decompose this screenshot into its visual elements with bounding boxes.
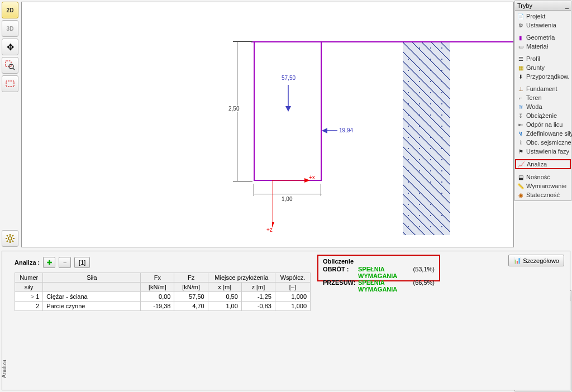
slide-status: SPEŁNIA WYMAGANIA xyxy=(358,279,408,293)
drawing-canvas[interactable]: 2,50 1,00 57,50 19,94 +x +z xyxy=(21,2,514,247)
mode-item-label: Zdefiniowane siły xyxy=(526,130,572,137)
table-row[interactable]: > 1 Ciężar - ściana 0,00 57,50 0,50 -1,2… xyxy=(15,292,311,302)
mode-item-label: Stateczność xyxy=(526,192,560,198)
svg-rect-3 xyxy=(6,81,14,87)
item-1-button[interactable]: [1] xyxy=(74,257,90,268)
mode-item-projekt[interactable]: 📄Projekt xyxy=(515,12,571,21)
mode-item-teren[interactable]: ⌐Teren xyxy=(515,93,571,102)
mode-item-label: Wymiarowanie xyxy=(526,183,566,189)
profile-icon: ☰ xyxy=(517,55,524,62)
mode-item-label: Profil xyxy=(526,55,540,62)
slide-value: (66,5%) xyxy=(413,279,435,293)
rotation-value: (53,1%) xyxy=(413,266,435,279)
rotation-label: OBRÓT : xyxy=(323,266,354,279)
mode-item-label: Analiza xyxy=(527,161,547,168)
analysis-label: Analiza : xyxy=(15,259,40,266)
load-icon: ↧ xyxy=(517,112,524,119)
detail-icon: 📊 xyxy=(513,257,521,264)
water-icon: ≋ xyxy=(517,103,524,110)
mode-item-label: Projekt xyxy=(526,13,545,20)
mode-item-label: Teren xyxy=(526,94,542,101)
dim-icon: 📏 xyxy=(517,183,524,189)
mode-item-label: Fundament xyxy=(526,85,557,92)
seismic-icon: ⌇ xyxy=(517,139,524,146)
mode-item-label: Grunty xyxy=(526,64,545,71)
svg-line-11 xyxy=(7,241,8,242)
axis-x-label: +x xyxy=(309,174,315,180)
remove-button[interactable]: − xyxy=(59,257,71,268)
settings-button[interactable] xyxy=(2,230,18,247)
load-vertical: 57,50 xyxy=(280,75,297,81)
svg-line-12 xyxy=(12,235,13,236)
mode-item-zdefiniowanesiy[interactable]: ↯Zdefiniowane siły xyxy=(515,129,571,138)
pan-button[interactable] xyxy=(2,39,18,55)
axis-z-label: +z xyxy=(266,227,273,233)
minimize-icon[interactable]: _ xyxy=(565,2,569,9)
mode-item-label: Ustawienia xyxy=(526,22,556,28)
mode-item-stateczno[interactable]: ◉Stateczność xyxy=(515,190,571,199)
mode-item-analiza[interactable]: 📈Analiza xyxy=(515,159,571,169)
calc-title: Obliczenie xyxy=(323,258,435,265)
move-icon xyxy=(7,42,14,52)
svg-point-4 xyxy=(8,237,12,240)
svg-rect-0 xyxy=(6,61,11,66)
zoom-region-button[interactable] xyxy=(2,57,18,74)
capacity-icon: ⬓ xyxy=(517,174,524,180)
zoom-region-icon xyxy=(5,60,15,70)
stability-icon: ◉ xyxy=(517,192,524,198)
gear-icon xyxy=(5,233,15,243)
geometry-icon: ▮ xyxy=(517,34,524,41)
arrow-left-icon xyxy=(322,126,339,135)
mode-item-woda[interactable]: ≋Woda xyxy=(515,102,571,111)
mode-item-label: Obc. sejsmiczne xyxy=(526,139,571,146)
svg-marker-14 xyxy=(285,106,291,112)
mode-item-label: Woda xyxy=(526,103,542,110)
mode-item-label: Materiał xyxy=(526,43,548,50)
svg-line-2 xyxy=(13,68,15,70)
view-2d-button[interactable]: 2D xyxy=(2,2,18,18)
mode-item-przyporzdkow[interactable]: ⬇Przyporządkow. xyxy=(515,72,571,81)
forces-icon: ↯ xyxy=(517,130,524,137)
minus-icon: − xyxy=(63,259,66,266)
modes-panel-header: Tryby _ xyxy=(514,1,571,11)
phase-icon: ⚑ xyxy=(517,148,524,155)
mode-item-fundament[interactable]: ⊥Fundament xyxy=(515,84,571,93)
assign-icon: ⬇ xyxy=(517,73,524,80)
arrow-down-icon xyxy=(284,85,295,113)
view-3d-button[interactable]: 3D xyxy=(2,20,18,37)
mode-item-label: Ustawienia fazy xyxy=(526,148,569,155)
mode-item-obcienie[interactable]: ↧Obciążenie xyxy=(515,111,571,120)
fit-view-button[interactable] xyxy=(2,75,18,92)
svg-marker-16 xyxy=(322,128,327,133)
mode-item-label: Przyporządkow. xyxy=(526,73,570,80)
mode-item-grunty[interactable]: ▦Grunty xyxy=(515,63,571,72)
detail-button[interactable]: 📊 Szczegółowo xyxy=(508,255,564,266)
mode-item-profil[interactable]: ☰Profil xyxy=(515,54,571,63)
material-icon: ▭ xyxy=(517,43,524,50)
mode-item-label: Odpór na licu xyxy=(526,121,563,128)
mode-item-geometria[interactable]: ▮Geometria xyxy=(515,33,571,42)
foundation-icon: ⊥ xyxy=(517,85,524,92)
axes-icon xyxy=(272,178,317,233)
mode-item-ustawienia[interactable]: ⚙Ustawienia xyxy=(515,21,571,30)
slide-label: PRZESUW: xyxy=(323,279,354,293)
mode-item-odprnalicu[interactable]: ⇤Odpór na licu xyxy=(515,120,571,129)
forces-table: Numer Siła Fx Fz Miejsce przyłożenia Wsp… xyxy=(15,273,311,311)
terrain-icon: ⌐ xyxy=(517,94,524,101)
mode-item-obcsejsmiczne[interactable]: ⌇Obc. sejsmiczne xyxy=(515,138,571,147)
mode-item-nono[interactable]: ⬓Nośność xyxy=(515,173,571,181)
svg-line-10 xyxy=(12,241,13,242)
add-button[interactable]: ✚ xyxy=(43,257,55,268)
dim-height: 2,50 xyxy=(227,106,240,112)
bottom-panel: Analiza Analiza : ✚ − [1] Numer Siła Fx … xyxy=(2,251,570,390)
table-row[interactable]: 2 Parcie czynne -19,38 4,70 1,00 -0,83 1… xyxy=(15,302,311,311)
rotation-status: SPEŁNIA WYMAGANIA xyxy=(358,266,408,279)
mode-item-label: Geometria xyxy=(526,34,555,41)
soil-icon: ▦ xyxy=(517,64,524,71)
calculation-panel: Obliczenie OBRÓT : SPEŁNIA WYMAGANIA (53… xyxy=(317,255,440,281)
mode-item-ustawieniafazy[interactable]: ⚑Ustawienia fazy xyxy=(515,147,571,156)
tab-label-analiza[interactable]: Analiza xyxy=(1,360,7,378)
mode-item-materia[interactable]: ▭Materiał xyxy=(515,42,571,51)
mode-item-label: Obciążenie xyxy=(526,112,557,119)
mode-item-wymiarowanie[interactable]: 📏Wymiarowanie xyxy=(515,181,571,190)
